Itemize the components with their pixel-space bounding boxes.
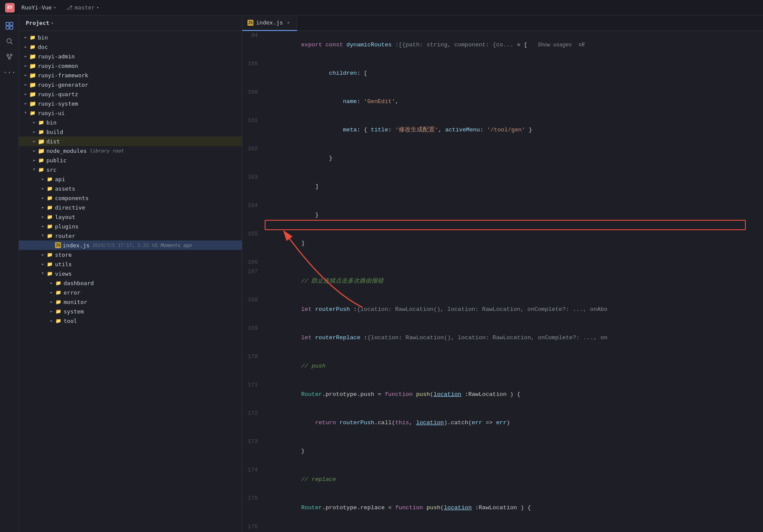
tree-item-router[interactable]: ► 📁 router bbox=[19, 231, 242, 240]
tree-arrow-ruoyi-framework: ► bbox=[22, 72, 29, 79]
tree-meta-index-js: 2024/7/5 17:17, 5.55 kB bbox=[92, 243, 158, 248]
tree-item-public[interactable]: ► 📁 public bbox=[19, 155, 242, 165]
line-num-175: 175 bbox=[242, 494, 265, 503]
tree-label-system: system bbox=[64, 308, 84, 315]
line-code-166 bbox=[265, 258, 763, 267]
tree-label-bin2: bin bbox=[46, 119, 56, 126]
tree-arrow-ruoyi-quartz: ► bbox=[22, 91, 29, 97]
tree-arrow-system: ► bbox=[48, 308, 55, 315]
tree-arrow-ruoyi-generator: ► bbox=[22, 81, 29, 88]
tree-item-bin[interactable]: ► 📁 bin bbox=[19, 33, 242, 42]
folder-icon-node-modules: 📁 bbox=[38, 147, 45, 154]
sidebar-icon-project[interactable] bbox=[3, 19, 16, 33]
tree-label-layout: layout bbox=[55, 214, 75, 220]
code-line-161: 161 meta: { title: '修改生成配置', activeMenu:… bbox=[242, 116, 763, 144]
tree-item-directive[interactable]: ► 📁 directive bbox=[19, 203, 242, 212]
svg-point-6 bbox=[7, 54, 9, 56]
tree-arrow-views: ► bbox=[40, 270, 46, 277]
line-num-156: 156 bbox=[242, 59, 265, 69]
tree-item-dashboard[interactable]: ► 📁 dashboard bbox=[19, 278, 242, 288]
svg-rect-3 bbox=[10, 26, 13, 29]
tree-item-ruoyi-admin[interactable]: ► 📁 ruoyi-admin bbox=[19, 52, 242, 61]
tree-item-ruoyi-generator[interactable]: ► 📁 ruoyi-generator bbox=[19, 80, 242, 89]
line-num-160: 160 bbox=[242, 88, 265, 97]
code-area[interactable]: 94 export const dynamicRoutes :[{path: s… bbox=[242, 31, 763, 532]
tree-item-components[interactable]: ► 📁 components bbox=[19, 193, 242, 203]
project-selector[interactable]: RuoYi-Vue ▾ bbox=[21, 4, 56, 11]
tree-item-index-js[interactable]: ► JS index.js 2024/7/5 17:17, 5.55 kB Mo… bbox=[19, 240, 242, 250]
code-line-156: 156 children: [ bbox=[242, 59, 763, 88]
tree-arrow-build: ► bbox=[31, 128, 38, 135]
branch-name: master bbox=[74, 4, 95, 11]
folder-icon-system: 📁 bbox=[55, 308, 62, 315]
tree-label-dashboard: dashboard bbox=[64, 280, 94, 286]
svg-rect-2 bbox=[6, 26, 9, 29]
tree-item-dist[interactable]: ► 📁 dist bbox=[19, 137, 242, 146]
tree-arrow-ruoyi-admin: ► bbox=[22, 53, 29, 60]
tree-item-ruoyi-quartz[interactable]: ► 📁 ruoyi-quartz bbox=[19, 89, 242, 99]
file-tree[interactable]: ► 📁 bin ► 📁 doc ► 📁 ruoyi-admin ► 📁 ruoy… bbox=[19, 31, 242, 532]
code-line-94: 94 export const dynamicRoutes :[{path: s… bbox=[242, 31, 763, 59]
tree-item-node-modules[interactable]: ► 📁 node_modules library root bbox=[19, 146, 242, 155]
line-code-165: ] bbox=[265, 229, 763, 258]
tree-item-ruoyi-system[interactable]: ► 📁 ruoyi-system bbox=[19, 99, 242, 108]
line-num-162: 162 bbox=[242, 144, 265, 154]
tree-item-views[interactable]: ► 📁 views bbox=[19, 269, 242, 278]
tree-item-layout[interactable]: ► 📁 layout bbox=[19, 212, 242, 222]
file-tree-panel: Project ▾ ► 📁 bin ► 📁 doc ► 📁 ruoyi-admi… bbox=[19, 15, 242, 532]
folder-icon-api: 📁 bbox=[46, 176, 53, 182]
line-num-167: 167 bbox=[242, 267, 265, 277]
line-num-170: 170 bbox=[242, 352, 265, 362]
tree-item-system[interactable]: ► 📁 system bbox=[19, 307, 242, 316]
line-code-169: let routerReplace :{location: RawLocatio… bbox=[265, 324, 763, 352]
svg-line-10 bbox=[8, 57, 9, 58]
tab-bar: JS index.js × bbox=[242, 15, 763, 31]
sidebar-icon-more[interactable]: ··· bbox=[3, 65, 16, 79]
tree-item-store[interactable]: ► 📁 store bbox=[19, 250, 242, 259]
tree-item-build[interactable]: ► 📁 build bbox=[19, 127, 242, 137]
line-num-173: 173 bbox=[242, 437, 265, 447]
tree-arrow-store: ► bbox=[40, 251, 46, 258]
tree-item-assets[interactable]: ► 📁 assets bbox=[19, 184, 242, 193]
tree-badge-moments: Moments ago bbox=[160, 243, 192, 248]
tab-index-js[interactable]: JS index.js × bbox=[242, 15, 297, 31]
tab-close-button[interactable]: × bbox=[286, 20, 292, 26]
line-code-176: return routerReplace.call(this, location… bbox=[265, 522, 763, 532]
tree-item-plugins[interactable]: ► 📁 plugins bbox=[19, 222, 242, 231]
tree-item-utils[interactable]: ► 📁 utils bbox=[19, 259, 242, 269]
line-num-171: 171 bbox=[242, 380, 265, 390]
folder-icon-layout: 📁 bbox=[46, 213, 53, 220]
line-code-161: meta: { title: '修改生成配置', activeMenu: '/t… bbox=[265, 116, 763, 144]
folder-special-icon-ruoyi-framework: 📁 bbox=[29, 72, 36, 79]
folder-icon-plugins: 📁 bbox=[46, 223, 53, 230]
tree-label-directive: directive bbox=[55, 204, 85, 211]
line-code-164: } bbox=[265, 201, 763, 229]
tree-label-plugins: plugins bbox=[55, 223, 79, 230]
tree-item-monitor[interactable]: ► 📁 monitor bbox=[19, 297, 242, 307]
tree-label-monitor: monitor bbox=[64, 299, 87, 305]
folder-icon-ruoyi-ui: 📁 bbox=[29, 109, 36, 116]
tree-item-tool[interactable]: ► 📁 tool bbox=[19, 316, 242, 325]
tree-item-src[interactable]: ► 📁 src bbox=[19, 165, 242, 174]
branch-selector[interactable]: ⎇ master ▾ bbox=[66, 4, 99, 11]
tree-item-api[interactable]: ► 📁 api bbox=[19, 174, 242, 184]
tree-label-store: store bbox=[55, 252, 72, 258]
tree-item-ruoyi-common[interactable]: ► 📁 ruoyi-common bbox=[19, 61, 242, 70]
tree-label-src: src bbox=[46, 167, 56, 173]
code-line-169: 169 let routerReplace :{location: RawLoc… bbox=[242, 324, 763, 352]
folder-special-icon-ruoyi-admin: 📁 bbox=[29, 53, 36, 60]
folder-special-icon-ruoyi-common: 📁 bbox=[29, 62, 36, 69]
sidebar-icon-search[interactable] bbox=[3, 34, 16, 48]
folder-icon-public: 📁 bbox=[38, 157, 45, 164]
tree-item-ruoyi-framework[interactable]: ► 📁 ruoyi-framework bbox=[19, 70, 242, 80]
code-line-162: 162 } bbox=[242, 144, 763, 173]
folder-icon-bin: 📁 bbox=[29, 34, 36, 41]
tree-arrow-src: ► bbox=[31, 166, 38, 173]
tree-item-ruoyi-ui[interactable]: ► 📁 ruoyi-ui bbox=[19, 108, 242, 118]
code-line-168: 168 let routerPush :{location: RawLocati… bbox=[242, 295, 763, 324]
tree-item-bin2[interactable]: ► 📁 bin bbox=[19, 118, 242, 127]
tree-item-doc[interactable]: ► 📁 doc bbox=[19, 42, 242, 52]
tree-label-components: components bbox=[55, 195, 89, 201]
tree-item-error[interactable]: ► 📁 error bbox=[19, 288, 242, 297]
sidebar-icon-git[interactable] bbox=[3, 50, 16, 64]
